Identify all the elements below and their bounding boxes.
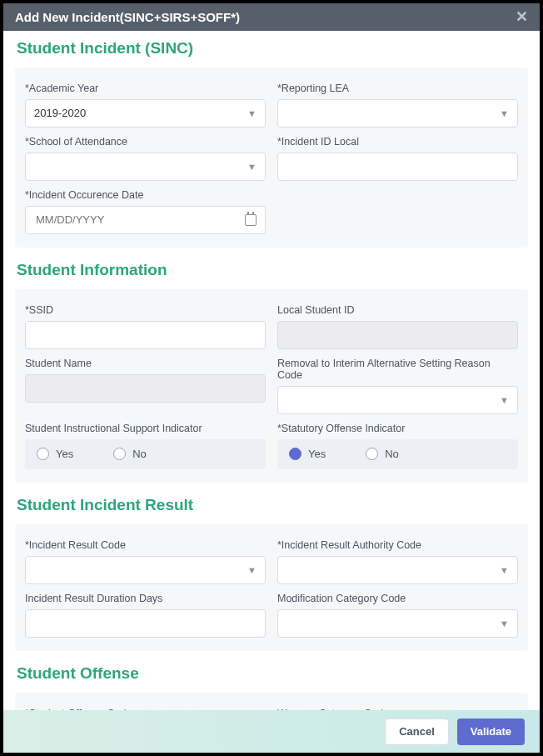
modal-body: Student Incident (SINC) *Academic Year 2… bbox=[3, 31, 540, 710]
radio-icon bbox=[289, 448, 301, 460]
panel-offense: *Student Offense Code ▼ Weapon Category … bbox=[15, 693, 528, 710]
statutory-offense-no[interactable]: No bbox=[366, 448, 399, 460]
titlebar: Add New Incident(SINC+SIRS+SOFF*) ✕ bbox=[3, 3, 540, 31]
student-name-label: Student Name bbox=[25, 358, 266, 369]
close-icon[interactable]: ✕ bbox=[516, 9, 528, 24]
school-attendance-select[interactable]: ▼ bbox=[25, 153, 266, 181]
removal-reason-label: Removal to Interim Alternative Setting R… bbox=[277, 358, 518, 381]
cancel-button[interactable]: Cancel bbox=[385, 718, 449, 745]
support-indicator-yes[interactable]: Yes bbox=[37, 448, 73, 460]
student-name-input bbox=[25, 374, 266, 403]
ssid-label: *SSID bbox=[25, 304, 266, 316]
authority-code-label: *Incident Result Authority Code bbox=[277, 539, 518, 551]
window-title: Add New Incident(SINC+SIRS+SOFF*) bbox=[15, 10, 240, 24]
incident-id-local-label: *Incident ID Local bbox=[277, 136, 518, 148]
result-code-select[interactable]: ▼ bbox=[25, 556, 266, 584]
radio-icon bbox=[113, 448, 126, 460]
incident-id-local-input[interactable] bbox=[277, 153, 518, 181]
chevron-down-icon: ▼ bbox=[247, 108, 257, 118]
support-indicator-group: Yes No bbox=[25, 439, 266, 469]
academic-year-select[interactable]: 2019-2020 ▼ bbox=[25, 99, 266, 128]
chevron-down-icon: ▼ bbox=[247, 162, 257, 172]
statutory-offense-group: Yes No bbox=[277, 439, 518, 469]
academic-year-value: 2019-2020 bbox=[34, 107, 86, 119]
validate-button[interactable]: Validate bbox=[457, 718, 525, 745]
ssid-input[interactable] bbox=[25, 321, 266, 349]
incident-date-input[interactable] bbox=[25, 206, 266, 234]
panel-student-info: *SSID Local Student ID Student Name Remo… bbox=[15, 289, 528, 483]
modal-window: Add New Incident(SINC+SIRS+SOFF*) ✕ Stud… bbox=[3, 3, 540, 753]
section-title-offense: Student Offense bbox=[17, 664, 526, 683]
statutory-offense-label: *Statutory Offense Indicator bbox=[277, 423, 518, 434]
calendar-icon[interactable] bbox=[245, 214, 257, 226]
chevron-down-icon: ▼ bbox=[500, 618, 509, 628]
duration-days-label: Incident Result Duration Days bbox=[25, 593, 266, 604]
result-code-label: *Incident Result Code bbox=[25, 539, 266, 551]
panel-sinc: *Academic Year 2019-2020 ▼ *Reporting LE… bbox=[15, 68, 528, 248]
reporting-lea-label: *Reporting LEA bbox=[277, 83, 518, 94]
statutory-offense-yes[interactable]: Yes bbox=[289, 448, 326, 460]
radio-icon bbox=[366, 448, 378, 460]
section-title-sinc: Student Incident (SINC) bbox=[17, 39, 526, 58]
support-indicator-label: Student Instructional Support Indicator bbox=[25, 423, 266, 434]
chevron-down-icon: ▼ bbox=[500, 565, 509, 575]
incident-date-text[interactable] bbox=[34, 213, 212, 227]
local-id-label: Local Student ID bbox=[277, 304, 518, 316]
duration-days-input[interactable] bbox=[25, 609, 266, 638]
academic-year-label: *Academic Year bbox=[25, 83, 266, 94]
support-indicator-no[interactable]: No bbox=[113, 448, 147, 460]
authority-code-select[interactable]: ▼ bbox=[277, 556, 518, 584]
removal-reason-select[interactable]: ▼ bbox=[277, 386, 518, 414]
mod-category-label: Modification Category Code bbox=[277, 593, 518, 604]
section-title-result: Student Incident Result bbox=[17, 496, 526, 514]
reporting-lea-select[interactable]: ▼ bbox=[277, 99, 518, 128]
chevron-down-icon: ▼ bbox=[500, 395, 509, 405]
school-attendance-label: *School of Attendance bbox=[25, 136, 266, 148]
incident-date-label: *Incident Occurence Date bbox=[25, 189, 266, 201]
local-id-input bbox=[277, 321, 518, 349]
mod-category-select[interactable]: ▼ bbox=[277, 609, 518, 638]
chevron-down-icon: ▼ bbox=[500, 108, 509, 118]
panel-result: *Incident Result Code ▼ *Incident Result… bbox=[15, 524, 528, 651]
modal-footer: Cancel Validate bbox=[3, 710, 540, 753]
chevron-down-icon: ▼ bbox=[247, 565, 257, 575]
section-title-student-info: Student Information bbox=[17, 261, 526, 279]
radio-icon bbox=[37, 448, 49, 460]
